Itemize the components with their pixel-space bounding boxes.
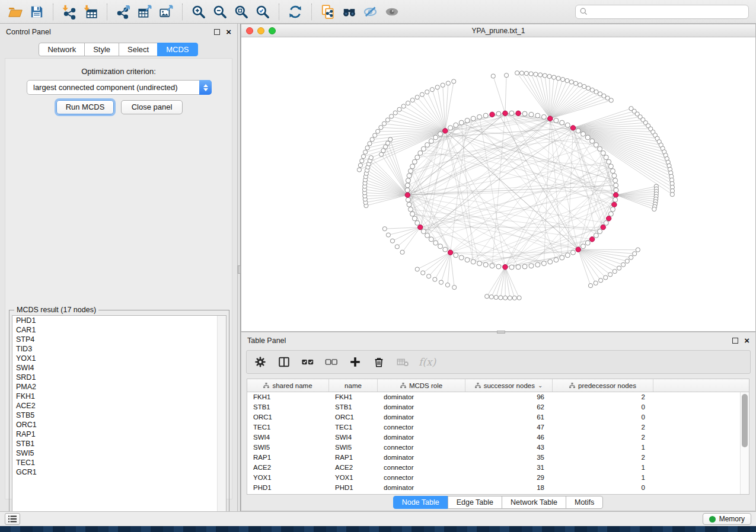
task-history-button[interactable] [5,513,20,525]
close-window-icon[interactable] [246,27,253,34]
mcds-result-list[interactable]: PHD1CAR1STP4TID3YOX1SWI4SRD1PMA2FKH1ACE2… [12,315,227,527]
tab-motifs[interactable]: Motifs [566,496,603,509]
first-neighbors-icon[interactable] [339,2,360,21]
show-columns-icon[interactable] [276,354,292,370]
column-header-MCDS-role[interactable]: MCDS role [378,379,465,392]
table-cell: FKH1 [247,392,329,402]
memory-button[interactable]: Memory [703,513,751,525]
table-header-row: shared namenameMCDS rolesuccessor nodes⌄… [247,379,749,392]
mcds-result-item[interactable]: RAP1 [12,430,226,439]
open-file-icon[interactable] [5,2,26,21]
table-row[interactable]: ACE2ACE2connector311 [247,463,749,473]
search-input[interactable] [575,5,749,19]
column-header-predecessor-nodes[interactable]: predecessor nodes [553,379,653,392]
tab-select[interactable]: Select [119,43,158,56]
column-header-name[interactable]: name [329,379,378,392]
table-row[interactable]: PHD1PHD1dominator180 [247,483,749,493]
export-table-icon[interactable] [134,2,155,21]
table-cell: dominator [378,453,465,463]
table-row[interactable]: SWI4SWI4dominator462 [247,432,749,443]
tab-style[interactable]: Style [84,43,119,56]
zoom-fit-icon[interactable] [231,2,252,21]
table-row[interactable]: RAP1RAP1dominator352 [247,453,749,463]
export-network-icon[interactable] [113,2,134,21]
import-network-icon[interactable] [59,2,80,21]
mcds-result-item[interactable]: PMA2 [12,382,226,392]
mcds-list-scrollbar[interactable] [217,316,226,527]
table-row[interactable]: FKH1FKH1dominator962 [247,392,749,402]
table-cell: YOX1 [247,473,329,483]
table-scrollbar[interactable] [740,392,749,494]
apply-layout-icon[interactable] [285,2,306,21]
function-builder-icon[interactable]: f(x) [419,356,436,368]
table-cell: SWI4 [329,432,378,443]
table-cell: RAP1 [329,453,378,463]
tab-network[interactable]: Network [39,43,85,56]
table-cell: connector [378,473,465,483]
select-all-columns-icon[interactable] [300,354,315,370]
table-row[interactable]: SWI5SWI5connector431 [247,443,749,453]
table-cell: RAP1 [247,453,329,463]
unselect-all-columns-icon[interactable] [324,354,339,370]
mcds-result-item[interactable]: ACE2 [12,401,226,411]
tab-mcds[interactable]: MCDS [157,43,197,56]
close-panel-button[interactable]: Close panel [121,100,183,114]
hide-selected-icon[interactable] [360,2,381,21]
table-row[interactable]: YOX1YOX1connector291 [247,473,749,483]
zoom-in-icon[interactable] [188,2,209,21]
tab-node-table[interactable]: Node Table [393,496,448,509]
mcds-result-item[interactable]: SWI5 [12,448,226,458]
close-panel-icon[interactable]: × [226,29,231,35]
delete-column-icon[interactable] [371,354,387,370]
zoom-out-icon[interactable] [209,2,231,21]
tab-network-table[interactable]: Network Table [502,496,566,509]
table-row[interactable]: TEC1TEC1connector472 [247,422,749,432]
mcds-result-item[interactable]: STP4 [12,335,226,344]
table-row[interactable]: ORC1ORC1dominator610 [247,412,749,422]
table-cell: connector [378,422,465,432]
mcds-result-item[interactable]: SWI4 [12,363,226,373]
criterion-select[interactable]: largest connected component (undirected) [27,80,212,95]
column-header-successor-nodes[interactable]: successor nodes⌄ [465,379,553,392]
create-column-icon[interactable] [347,354,363,370]
maximize-window-icon[interactable] [269,27,276,34]
mcds-result-item[interactable]: TID3 [12,344,226,354]
mcds-result-item[interactable]: SRD1 [12,373,226,382]
table-scrollbar-thumb[interactable] [742,394,748,447]
tab-edge-table[interactable]: Edge Table [448,496,502,509]
mcds-result-item[interactable]: YOX1 [12,354,226,363]
network-window-titlebar[interactable]: YPA_prune.txt_1 [241,24,755,37]
delete-table-icon[interactable] [395,354,410,370]
table-row[interactable]: STB1STB1dominator620 [247,402,749,412]
network-canvas[interactable] [241,37,755,331]
run-mcds-button[interactable]: Run MCDS [56,100,114,114]
horizontal-splitter-grip[interactable] [497,331,505,334]
float-panel-icon[interactable] [732,338,738,344]
close-panel-icon[interactable]: × [744,338,749,344]
column-header-shared-name[interactable]: shared name [247,379,329,392]
mcds-result-item[interactable]: STB1 [12,439,226,448]
mcds-result-item[interactable]: FKH1 [12,392,226,401]
table-settings-icon[interactable] [253,354,268,370]
table-panel-header: Table Panel × [241,332,755,349]
network-from-selection-icon[interactable] [317,2,339,21]
table-cell: PHD1 [247,483,329,493]
mcds-result-item[interactable]: GCR1 [12,467,226,477]
table-toolbar: f(x) [246,350,751,374]
mcds-result-item[interactable]: STB5 [12,411,226,420]
zoom-selected-icon[interactable] [252,2,273,21]
table-cell: 0 [553,402,653,412]
float-panel-icon[interactable] [214,29,220,35]
export-image-icon[interactable] [155,2,177,21]
table-cell: 43 [465,443,553,453]
column-type-icon [400,383,406,389]
show-all-icon[interactable] [381,2,403,21]
save-session-icon[interactable] [26,2,47,21]
mcds-result-item[interactable]: ORC1 [12,420,226,430]
minimize-window-icon[interactable] [257,27,264,34]
mcds-result-item[interactable]: TEC1 [12,458,226,467]
mcds-result-item[interactable]: CAR1 [12,325,226,335]
import-table-icon[interactable] [80,2,101,21]
mcds-result-item[interactable]: PHD1 [12,316,226,325]
status-bar: Memory [0,511,756,526]
